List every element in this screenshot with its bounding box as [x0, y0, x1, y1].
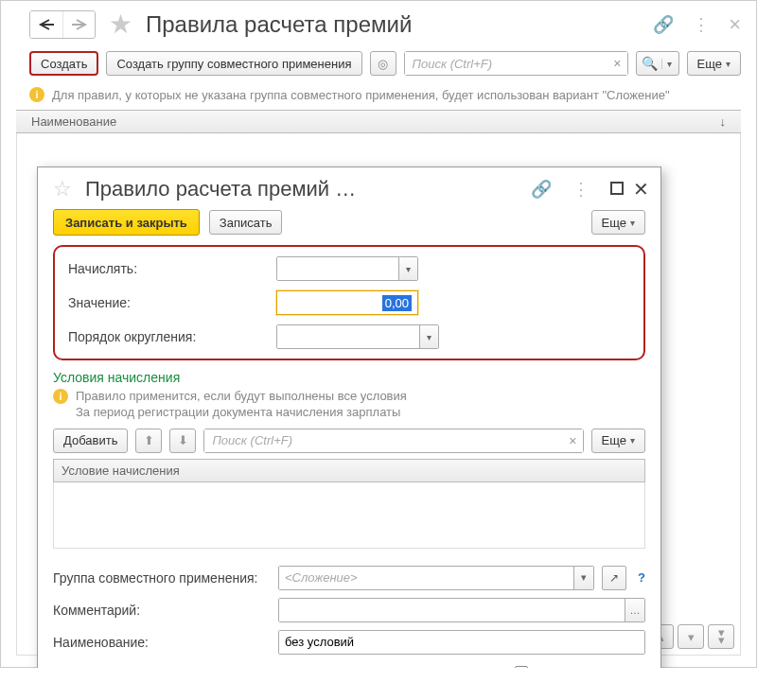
sort-icon: ↓	[720, 114, 727, 129]
comment-row: Комментарий: …	[38, 594, 660, 626]
group-input[interactable]	[279, 567, 573, 589]
accrue-input[interactable]	[277, 257, 398, 280]
conditions-more-button[interactable]: Еще▾	[591, 429, 645, 453]
create-button[interactable]: Создать	[29, 51, 98, 76]
group-label: Группа совместного применения:	[53, 570, 271, 586]
comment-input[interactable]	[279, 599, 625, 621]
rounding-dropdown-icon[interactable]: ▾	[419, 325, 438, 348]
name-label: Наименование:	[53, 635, 271, 650]
rounding-combo[interactable]: ▾	[276, 324, 439, 349]
dialog-toolbar: Записать и закрыть Записать Еще▾	[38, 209, 660, 245]
more-button[interactable]: Еще▾	[687, 51, 741, 76]
comment-label: Комментарий:	[53, 603, 271, 618]
list-toolbar: Создать Создать группу совместного приме…	[1, 47, 756, 83]
info-text: Для правил, у которых не указана группа …	[52, 88, 670, 102]
save-button[interactable]: Записать	[209, 210, 283, 235]
search-field[interactable]: ×	[404, 51, 628, 76]
clear-search-icon[interactable]: ×	[613, 56, 621, 71]
search-button[interactable]: 🔍 ▾	[636, 51, 679, 76]
close-icon[interactable]: ×	[729, 12, 741, 37]
group-open-button[interactable]: ↗	[602, 566, 626, 590]
conditions-column-header[interactable]: Условие начисления	[53, 459, 645, 482]
magnifier-icon: 🔍	[639, 56, 661, 71]
value-input[interactable]: 0,00	[276, 290, 418, 315]
back-button[interactable]	[30, 11, 62, 38]
page-down-button[interactable]: ▾	[678, 624, 704, 649]
accrue-combo[interactable]: ▾	[276, 256, 418, 281]
dialog-kebab-icon[interactable]: ⋮	[572, 179, 590, 200]
group-dropdown-icon[interactable]: ▾	[573, 567, 593, 589]
inactive-help-icon[interactable]: ?	[638, 666, 645, 668]
rounding-label: Порядок округления:	[68, 329, 276, 344]
main-window: ★ Правила расчета премий 🔗 ⋮ × Создать С…	[0, 0, 757, 668]
attachment-button[interactable]: ◎	[370, 51, 396, 76]
comment-ellipsis-button[interactable]: …	[625, 599, 644, 621]
info-icon: i	[29, 87, 44, 102]
page-title: Правила расчета премий	[146, 11, 634, 38]
move-up-button[interactable]: ⬆	[135, 429, 162, 453]
search-dropdown-icon[interactable]: ▾	[661, 59, 677, 69]
conditions-title: Условия начисления	[53, 370, 645, 385]
conditions-section: Условия начисления i Правило применится,…	[38, 360, 660, 549]
main-header: ★ Правила расчета премий 🔗 ⋮ ×	[1, 1, 756, 47]
name-row: Наименование:	[38, 626, 660, 658]
conditions-info-icon: i	[53, 389, 68, 404]
rounding-input[interactable]	[277, 325, 419, 348]
kebab-menu-icon[interactable]: ⋮	[693, 14, 710, 35]
create-group-button[interactable]: Создать группу совместного применения	[106, 51, 361, 76]
save-close-button[interactable]: Записать и закрыть	[53, 209, 200, 236]
name-field[interactable]	[278, 630, 645, 655]
forward-button[interactable]	[62, 11, 95, 38]
accrue-label: Начислять:	[68, 261, 276, 276]
name-input[interactable]	[279, 631, 644, 654]
conditions-list	[53, 482, 645, 549]
conditions-clear-search-icon[interactable]: ×	[569, 433, 576, 448]
nav-buttons	[29, 10, 96, 39]
link-icon[interactable]: 🔗	[653, 14, 674, 35]
rule-dialog: ☆ Правило расчета премий … 🔗 ⋮ ✕ Записат…	[37, 166, 661, 668]
group-row: Группа совместного применения: ▾ ↗ ?	[38, 562, 660, 594]
value-text: 0,00	[382, 295, 412, 311]
add-condition-button[interactable]: Добавить	[53, 429, 128, 453]
search-input[interactable]	[405, 52, 627, 75]
dialog-link-icon[interactable]: 🔗	[531, 179, 552, 200]
group-combo[interactable]: ▾	[278, 566, 594, 590]
dialog-header: ☆ Правило расчета премий … 🔗 ⋮ ✕	[38, 167, 660, 209]
favorite-star-icon[interactable]: ★	[109, 9, 132, 40]
value-label: Значение:	[68, 295, 276, 310]
dialog-close-button[interactable]: ✕	[633, 178, 649, 201]
comment-field[interactable]: …	[278, 598, 645, 622]
dialog-star-icon[interactable]: ☆	[53, 177, 72, 201]
move-down-button[interactable]: ⬇	[169, 429, 196, 453]
list-column-header[interactable]: Наименование ↓	[16, 110, 741, 133]
inactive-checkbox[interactable]	[515, 666, 528, 668]
highlighted-form: Начислять: ▾ Значение: 0,00 Порядок окру…	[53, 245, 645, 360]
conditions-info-text: Правило применится, если будут выполнены…	[76, 389, 407, 421]
dialog-more-button[interactable]: Еще▾	[591, 210, 645, 235]
dialog-title: Правило расчета премий …	[85, 177, 510, 201]
dialog-footer: Недействителен ?	[38, 658, 660, 668]
page-last-button[interactable]: ▾▾	[708, 624, 734, 649]
dialog-maximize-button[interactable]	[610, 180, 624, 200]
accrue-dropdown-icon[interactable]: ▾	[398, 257, 417, 280]
conditions-search-input[interactable]	[204, 429, 582, 452]
conditions-toolbar: Добавить ⬆ ⬇ × Еще▾	[53, 429, 645, 453]
group-help-icon[interactable]: ?	[638, 570, 645, 585]
info-banner: i Для правил, у которых не указана групп…	[1, 83, 756, 110]
inactive-label: Недействителен	[534, 666, 628, 668]
conditions-search-field[interactable]: ×	[203, 429, 583, 453]
